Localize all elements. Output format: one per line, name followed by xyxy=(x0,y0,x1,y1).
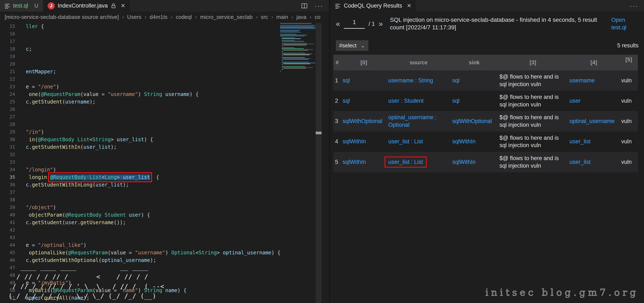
code-token: ); xyxy=(123,182,129,188)
breadcrumb-separator-icon: › xyxy=(310,14,312,20)
result-location-link[interactable]: username : String xyxy=(388,77,433,84)
code-line: 15ller { xyxy=(0,23,329,30)
minimap[interactable] xyxy=(280,23,315,72)
breadcrumb-separator-icon: › xyxy=(271,14,273,20)
breadcrumb-item[interactable]: src xyxy=(261,14,268,20)
result-location-link[interactable]: username xyxy=(570,77,595,84)
close-icon[interactable]: ✕ xyxy=(407,2,411,9)
result-location-link[interactable]: user xyxy=(570,98,581,104)
result-location-link[interactable]: sqlWithIn xyxy=(342,159,366,165)
result-location-link[interactable]: sqlWithIn xyxy=(452,159,476,165)
line-number: 31 xyxy=(0,143,15,151)
results-table: #[0]sourcesink[3][4][5]1sqlusername : St… xyxy=(333,55,638,172)
tab-codeql-query-results[interactable]: CodeQL Query Results ✕ xyxy=(330,0,416,11)
open-test-ql-link[interactable]: Open test.ql xyxy=(611,16,638,31)
code-token xyxy=(162,288,165,293)
code-token: ; xyxy=(29,46,32,52)
java-file-icon: J xyxy=(48,2,55,9)
code-token: "username" xyxy=(108,91,138,97)
result-location-link[interactable]: user_list xyxy=(570,159,591,165)
code-token: getStudentWithInLong xyxy=(32,182,92,188)
minimap-line xyxy=(280,30,300,31)
split-editor-icon[interactable] xyxy=(301,3,308,9)
minimap-line xyxy=(280,36,305,36)
panel-actions: ··· xyxy=(630,0,644,11)
code-line: 40 objectParam(@RequestBody Student user… xyxy=(0,211,329,219)
line-number: 21 xyxy=(0,68,15,75)
code-line: 43 xyxy=(0,234,329,241)
result-location-link[interactable]: sql xyxy=(452,98,460,104)
line-number: 22 xyxy=(0,75,15,83)
tab-test-ql[interactable]: test.ql U xyxy=(0,0,43,11)
more-actions-icon[interactable]: ··· xyxy=(630,2,638,9)
result-text: vuln xyxy=(621,77,632,84)
modified-badge: U xyxy=(34,2,38,9)
breadcrumb-separator-icon: › xyxy=(256,14,258,20)
result-location-link[interactable]: sqlWithOptional xyxy=(452,118,492,124)
next-page-button[interactable]: » xyxy=(379,20,383,28)
code-token: List xyxy=(78,137,90,142)
lock-icon xyxy=(110,3,116,9)
panel-content: « 1 / 1 » SQL injection on micro-service… xyxy=(330,16,644,172)
tab-indexcontroller-java[interactable]: J IndexController.java ✕ xyxy=(43,0,130,11)
minimap-line xyxy=(282,47,294,48)
code-line: 20 xyxy=(0,60,329,68)
result-text: $@ flows to here and is sql injection vu… xyxy=(500,73,559,87)
breadcrumb-item[interactable]: main xyxy=(276,14,288,20)
code-token: ( xyxy=(62,212,65,218)
close-icon[interactable]: ✕ xyxy=(120,2,125,9)
prev-page-button[interactable]: « xyxy=(336,20,340,28)
line-number: 35 xyxy=(0,174,15,181)
breadcrumb-item[interactable]: Users xyxy=(127,14,142,20)
code-token xyxy=(102,212,104,218)
code-token: < xyxy=(102,174,104,180)
select-dropdown[interactable]: #select ⌄ xyxy=(336,40,368,51)
breadcrumb-item[interactable]: co xyxy=(315,14,320,20)
breadcrumb-item[interactable]: [micro-service-seclab-database source ar… xyxy=(4,14,119,20)
line-number: 30 xyxy=(0,136,15,143)
result-location-link[interactable]: user_list : List xyxy=(388,138,423,145)
code-line: 38 xyxy=(0,196,329,204)
result-location-link[interactable]: sqlWithIn xyxy=(452,138,476,145)
code-token: objectParam xyxy=(26,212,62,218)
line-number: 39 xyxy=(0,204,15,211)
line-number: 43 xyxy=(0,234,15,241)
code-token: queryAll xyxy=(44,295,68,301)
result-location-link[interactable]: sql xyxy=(342,98,350,104)
code-line: 27 xyxy=(0,113,329,121)
breadcrumb-item[interactable]: java xyxy=(296,14,306,20)
table-header-row: #[0]sourcesink[3][4][5] xyxy=(333,55,638,70)
result-location-link[interactable]: optinal_username xyxy=(570,118,615,124)
minimap-line xyxy=(282,41,304,42)
minimap-line xyxy=(284,68,306,69)
code-token: "/one" xyxy=(38,84,56,90)
breadcrumb-item[interactable]: d4m1ts xyxy=(150,14,168,20)
code-token: "/myBatis" xyxy=(38,280,68,286)
minimap-line xyxy=(282,43,307,43)
result-location-link[interactable]: sql xyxy=(452,77,460,84)
result-location-link[interactable]: sqlWithIn xyxy=(342,138,366,145)
result-location-link[interactable]: user_list : List xyxy=(388,159,423,165)
code-line: 36c.getStudentWithInLong(user_list); xyxy=(0,181,329,189)
editor-scrollbar[interactable] xyxy=(316,23,322,303)
breadcrumb-item[interactable]: micro_service_seclab xyxy=(200,14,252,20)
code-editor[interactable]: 15ller {161718c;192021entMapper;2223e = … xyxy=(0,23,329,302)
codeql-results-panel: CodeQL Query Results ✕ ··· « 1 / 1 » SQL… xyxy=(330,0,644,303)
breadcrumb-item[interactable]: codeql xyxy=(176,14,192,20)
panel-resize-sash[interactable] xyxy=(329,0,330,303)
breadcrumb-separator-icon: › xyxy=(171,14,173,20)
result-location-link[interactable]: optinal_username : Optional xyxy=(388,114,436,128)
line-number: 47 xyxy=(0,264,15,272)
panel-tab-bar: CodeQL Query Results ✕ ··· xyxy=(330,0,644,11)
code-line: 25c.getStudent(username); xyxy=(0,98,329,106)
result-location-link[interactable]: sqlWithOptional xyxy=(342,118,382,124)
code-token: ( xyxy=(47,174,50,180)
result-text: vuln xyxy=(621,138,632,145)
more-actions-icon[interactable]: ··· xyxy=(315,2,324,9)
code-token: ) xyxy=(56,84,59,90)
page-number-input[interactable]: 1 xyxy=(344,19,365,29)
result-location-link[interactable]: user_list xyxy=(570,138,591,145)
code-line: 49e = "/myBatis") xyxy=(0,279,329,287)
result-location-link[interactable]: sql xyxy=(342,77,350,84)
result-location-link[interactable]: user : Student xyxy=(388,98,424,104)
